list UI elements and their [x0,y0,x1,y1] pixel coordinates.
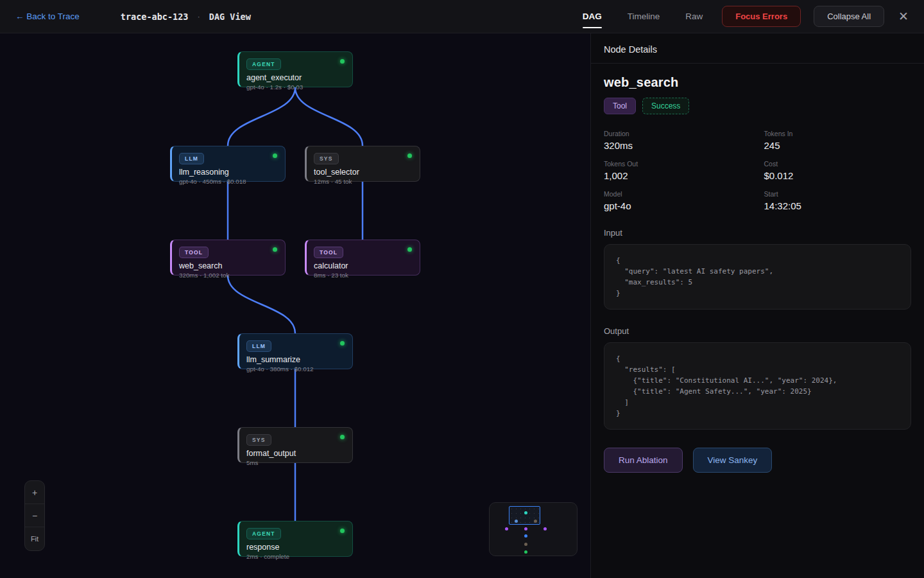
input-code-block: { "query": "latest AI safety papers", "m… [604,244,911,310]
node-stats: gpt-4o · 380ms · $0.012 [246,365,346,372]
view-tabs: DAGTimelineRaw [583,1,703,31]
node-type-badge: SYS [246,434,271,446]
dag-canvas[interactable]: + − Fit AGENTagent_executorgpt-4o · 1.2s… [0,33,590,578]
tab-raw[interactable]: Raw [685,1,703,31]
zoom-fit-button[interactable]: Fit [25,527,44,550]
input-label: Input [604,228,911,238]
node-stats: gpt-4o · 450ms · $0.018 [179,178,278,185]
node-label: web_search [179,261,278,270]
meta-value: 320ms [604,140,751,151]
node-type-badge: LLM [179,153,204,164]
zoom-controls: + − Fit [24,480,45,551]
node-title: web_search [604,75,911,90]
meta-grid: Duration320msTokens In245Tokens Out1,002… [604,130,911,211]
minimap-node-dot [524,527,527,530]
meta-label: Start [764,190,912,198]
back-to-trace-link[interactable]: ← Back to Trace [15,12,80,21]
node-label: llm_summarize [246,355,346,364]
node-label: agent_executor [246,73,346,82]
close-icon[interactable]: ✕ [898,10,909,22]
collapse-all-button[interactable]: Collapse All [814,6,884,27]
panel-body: web_search ToolSuccess Duration320msToke… [591,64,924,484]
success-badge: Success [642,98,689,114]
status-dot-icon [340,529,345,533]
dag-edges [0,33,590,578]
status-dot-icon [340,435,345,439]
node-type-badge: AGENT [246,528,281,539]
meta-label: Model [604,190,751,198]
app-root: ← Back to Trace trace-abc-123 · DAG View… [0,0,924,578]
node-type-badge: AGENT [246,58,281,70]
dag-node-llm_summarize[interactable]: LLMllm_summarizegpt-4o · 380ms · $0.012 [237,333,353,369]
minimap-node-dot [505,527,508,530]
node-stats: 5ms [246,459,346,466]
meta-value: 245 [764,140,912,151]
zoom-in-button[interactable]: + [25,481,44,504]
main-area: + − Fit AGENTagent_executorgpt-4o · 1.2s… [0,33,924,578]
node-label: tool_selector [314,168,413,177]
minimap-node-dot [524,550,527,554]
tab-timeline[interactable]: Timeline [628,1,660,31]
minimap-node-dot [534,520,537,523]
dag-node-response[interactable]: AGENTresponse2ms · complete [237,521,353,557]
meta-cell-tokens-in: Tokens In245 [764,130,912,151]
zoom-out-button[interactable]: − [25,504,44,527]
node-label: format_output [246,449,346,458]
action-buttons: Run AblationView Sankey [604,448,911,473]
dag-node-agent_executor[interactable]: AGENTagent_executorgpt-4o · 1.2s · $0.03 [237,51,353,87]
node-details-panel: Node Details web_search ToolSuccess Dura… [590,33,924,578]
meta-value: 1,002 [604,170,751,181]
node-stats: 8ms · 23 tok [314,272,413,279]
output-code-block: { "results": [ {"title": "Constitutional… [604,342,911,430]
tab-dag[interactable]: DAG [583,1,602,31]
node-type-badge: LLM [246,340,271,352]
badge-row: ToolSuccess [604,98,911,114]
node-stats: 2ms · complete [246,553,346,560]
dag-node-llm_reasoning[interactable]: LLMllm_reasoninggpt-4o · 450ms · $0.018 [170,146,286,182]
meta-label: Cost [764,160,912,168]
meta-cell-cost: Cost$0.012 [764,160,912,181]
node-label: llm_reasoning [179,168,278,177]
panel-header: Node Details [591,33,924,64]
status-dot-icon [340,341,345,346]
top-bar: ← Back to Trace trace-abc-123 · DAG View… [0,0,924,33]
tool-badge: Tool [604,98,636,114]
node-stats: 320ms · 1,002 tok [179,272,278,279]
node-type-badge: TOOL [314,247,343,258]
focus-errors-button[interactable]: Focus Errors [722,6,801,27]
view-label: DAG View [209,12,251,22]
status-dot-icon [273,247,277,252]
node-stats: 12ms · 45 tok [314,178,413,185]
dag-node-calculator[interactable]: TOOLcalculator8ms · 23 tok [305,240,420,276]
status-dot-icon [273,153,277,158]
node-label: response [246,543,346,552]
meta-cell-tokens-out: Tokens Out1,002 [604,160,751,181]
minimap[interactable] [489,502,578,556]
edge-agent_executor-llm_reasoning [228,87,295,146]
node-label: calculator [314,261,413,270]
minimap-node-dot [515,520,518,523]
separator-dot: · [197,12,200,21]
node-type-badge: SYS [314,153,339,164]
meta-value: 14:32:05 [764,200,912,211]
dag-node-tool_selector[interactable]: SYStool_selector12ms · 45 tok [305,146,420,182]
meta-label: Tokens Out [604,160,751,168]
node-type-badge: TOOL [179,247,209,258]
view-sankey-button[interactable]: View Sankey [693,448,773,473]
minimap-node-dot [524,543,527,546]
run-ablation-button[interactable]: Run Ablation [604,448,683,473]
edge-agent_executor-tool_selector [295,87,363,146]
minimap-node-dot [524,534,527,538]
output-label: Output [604,326,911,336]
meta-cell-model: Modelgpt-4o [604,190,751,211]
dag-node-web_search[interactable]: TOOLweb_search320ms · 1,002 tok [170,240,286,276]
dag-node-format_output[interactable]: SYSformat_output5ms [237,427,353,463]
meta-label: Tokens In [764,130,912,137]
status-dot-icon [407,247,412,252]
minimap-node-dot [524,511,527,514]
status-dot-icon [407,153,412,158]
meta-label: Duration [604,130,751,137]
meta-cell-start: Start14:32:05 [764,190,912,211]
status-dot-icon [340,59,345,64]
meta-value: $0.012 [764,170,912,181]
